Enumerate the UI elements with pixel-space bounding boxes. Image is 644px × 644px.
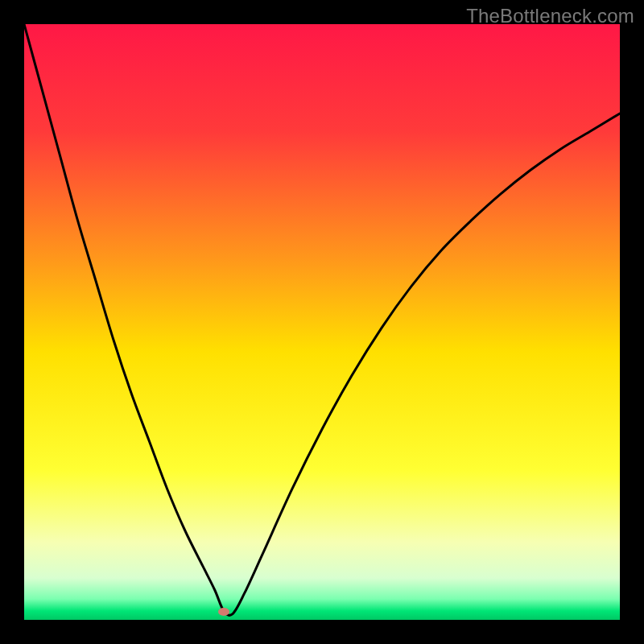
optimum-point-marker (218, 608, 229, 616)
plot-area (24, 24, 620, 620)
bottleneck-curve (24, 24, 620, 620)
chart-frame: TheBottleneck.com (0, 0, 644, 644)
